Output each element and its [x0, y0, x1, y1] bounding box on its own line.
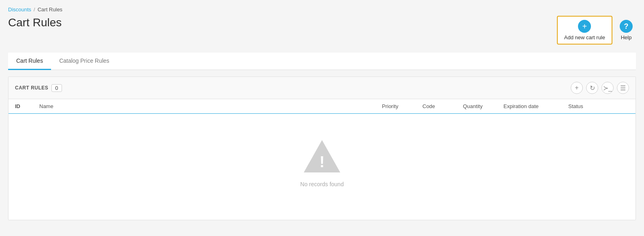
col-quantity: Quantity	[463, 103, 503, 109]
table-columns-button[interactable]: ☰	[617, 82, 629, 94]
header-actions: + Add new cart rule ? Help	[557, 16, 636, 45]
table-title-group: CART RULES 0	[15, 84, 62, 92]
col-id: ID	[15, 103, 39, 109]
breadcrumb: Discounts / Cart Rules	[8, 6, 636, 13]
header-row: Cart Rules + Add new cart rule ? Help	[8, 16, 636, 45]
record-count-badge: 0	[51, 84, 62, 92]
breadcrumb-current: Cart Rules	[38, 6, 62, 13]
empty-state: ! No records found	[9, 114, 635, 220]
add-cart-rule-label: Add new cart rule	[564, 34, 605, 40]
table-refresh-button[interactable]: ↻	[586, 82, 598, 94]
table-minimize-button[interactable]: ≻_	[601, 82, 614, 94]
tab-cart-rules[interactable]: Cart Rules	[8, 53, 51, 70]
table-header: CART RULES 0 + ↻ ≻_ ☰	[9, 77, 635, 99]
svg-text:!: !	[320, 153, 325, 170]
table-add-icon: +	[575, 84, 578, 91]
tabs-container: Cart Rules Catalog Price Rules	[8, 53, 636, 70]
help-button[interactable]: ? Help	[616, 17, 636, 44]
add-icon: +	[578, 20, 591, 33]
col-code: Code	[422, 103, 463, 109]
warning-triangle-icon: !	[302, 138, 342, 174]
table-columns-icon: ☰	[620, 84, 626, 92]
col-expiration-date: Expiration date	[503, 103, 568, 109]
column-headers: ID Name Priority Code Quantity Expiratio…	[9, 99, 635, 114]
help-label: Help	[621, 34, 632, 40]
add-cart-rule-button[interactable]: + Add new cart rule	[557, 16, 612, 45]
table-title: CART RULES	[15, 85, 48, 91]
help-icon: ?	[620, 20, 633, 33]
table-minimize-icon: ≻_	[603, 84, 612, 92]
tab-catalog-price-rules[interactable]: Catalog Price Rules	[51, 53, 117, 70]
page-container: Discounts / Cart Rules Cart Rules + Add …	[0, 0, 644, 236]
col-name: Name	[39, 103, 382, 109]
table-section: CART RULES 0 + ↻ ≻_ ☰ ID Name	[8, 77, 636, 220]
table-add-button[interactable]: +	[571, 82, 583, 94]
col-status: Status	[568, 103, 629, 109]
empty-message: No records found	[300, 181, 343, 187]
page-title: Cart Rules	[8, 16, 62, 30]
col-priority: Priority	[382, 103, 422, 109]
table-action-buttons: + ↻ ≻_ ☰	[571, 82, 629, 94]
table-refresh-icon: ↻	[590, 84, 595, 92]
breadcrumb-parent-link[interactable]: Discounts	[8, 6, 31, 13]
breadcrumb-separator: /	[34, 6, 35, 13]
